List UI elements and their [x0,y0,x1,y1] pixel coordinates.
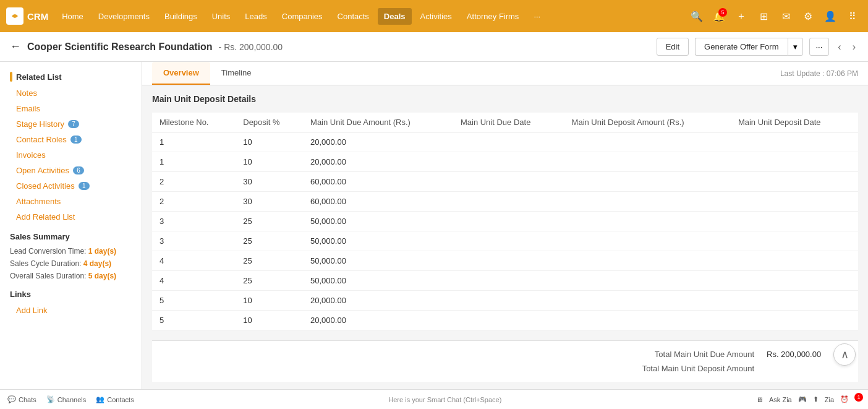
nav-home[interactable]: Home [56,8,90,25]
deposit-table: Milestone No. Deposit % Main Unit Due Am… [152,113,858,330]
next-record-button[interactable]: › [850,39,858,55]
nav-companies[interactable]: Companies [276,8,329,25]
sales-cycle-duration: Sales Cycle Duration: 4 day(s) [0,257,142,270]
tab-timeline[interactable]: Timeline [210,62,263,85]
cell-deposit: 10 [236,152,303,172]
sidebar-item-notes[interactable]: Notes [0,85,142,101]
history-icon[interactable]: ↺ 1 [855,395,861,403]
upload-icon[interactable]: ⬆ [813,395,819,403]
links-header: Links [0,282,142,303]
total-due-value: Rs. 200,000.00 [767,350,841,359]
grid-icon[interactable]: ⠿ [843,7,862,25]
channel-icon: 📡 [46,395,55,403]
generate-offer-button[interactable]: Generate Offer Form [695,38,787,56]
gamepad-icon[interactable]: 🎮 [798,395,807,403]
status-bar-right: 🖥 Ask Zia 🎮 ⬆ Zia ⏰ ↺ 1 [756,395,861,403]
nav-developments[interactable]: Developments [92,8,156,25]
cell-deposit-date [731,231,858,251]
add-icon[interactable]: ＋ [732,7,751,25]
table-row: 2 30 60,000.00 [152,172,858,192]
contacts-button[interactable]: 👥 Contacts [96,395,134,403]
channels-button[interactable]: 📡 Channels [46,395,86,403]
cell-deposit: 10 [236,291,303,311]
translate-icon[interactable]: Zia [825,396,834,403]
cell-due-date [453,192,564,212]
sidebar-item-open-activities[interactable]: Open Activities 6 [0,163,142,178]
cell-due-date [453,152,564,172]
generate-offer-arrow[interactable]: ▾ [788,38,803,56]
nav-buildings[interactable]: Buildings [158,8,203,25]
nav-more[interactable]: ··· [527,8,547,25]
cell-due-date [453,231,564,251]
more-options-button[interactable]: ··· [809,38,830,56]
total-due-label: Total Main Unit Due Amount [631,350,767,359]
sidebar-item-attachments[interactable]: Attachments [0,194,142,209]
edit-button[interactable]: Edit [657,38,689,56]
cell-deposit: 30 [236,172,303,192]
table-row: 5 10 20,000.00 [152,311,858,330]
apps-icon[interactable]: ⊞ [754,7,773,25]
col-milestone: Milestone No. [152,113,236,132]
cell-deposit-amount [564,251,731,271]
open-activities-count: 6 [73,166,84,174]
cell-due-date [453,172,564,192]
cell-deposit: 25 [236,271,303,291]
cell-due-date [453,311,564,330]
sidebar-item-stage-history[interactable]: Stage History 7 [0,116,142,132]
nav-contacts[interactable]: Contacts [331,8,375,25]
cell-deposit-date [731,311,858,330]
cell-due-amount: 50,000.00 [303,251,453,271]
ask-zia-button[interactable]: Ask Zia [769,396,792,403]
table-row: 3 25 50,000.00 [152,231,858,251]
contacts-icon: 👥 [96,395,104,403]
table-row: 4 25 50,000.00 [152,271,858,291]
nav-activities[interactable]: Activities [414,8,458,25]
nav-deals[interactable]: Deals [378,8,412,25]
total-deposit-label: Total Main Unit Deposit Amount [631,364,767,373]
scroll-top-button[interactable]: ∧ [833,343,856,366]
add-link-button[interactable]: Add Link [0,303,142,318]
search-icon[interactable]: 🔍 [687,7,706,25]
record-subtitle: - Rs. 200,000.00 [219,42,283,52]
cell-due-amount: 20,000.00 [303,152,453,172]
last-update-text: Last Update : 07:06 PM [780,63,858,84]
cell-milestone: 4 [152,271,236,291]
cell-milestone: 2 [152,172,236,192]
totals-section: Total Main Unit Due Amount Rs. 200,000.0… [152,340,858,382]
tab-overview[interactable]: Overview [152,62,210,85]
cell-due-date [453,291,564,311]
monitor-icon[interactable]: 🖥 [756,396,763,403]
settings-icon[interactable]: ⚙ [799,7,817,25]
tab-bar-left: Overview Timeline [152,62,262,85]
cell-deposit-amount [564,311,731,330]
chats-button[interactable]: 💬 Chats [7,395,36,403]
sidebar-item-invoices[interactable]: Invoices [0,147,142,163]
sidebar-item-emails[interactable]: Emails [0,101,142,116]
prev-record-button[interactable]: ‹ [835,39,843,55]
sidebar-item-closed-activities[interactable]: Closed Activities 1 [0,178,142,194]
logo-icon [6,7,23,25]
cell-due-date [453,271,564,291]
mail-icon[interactable]: ✉ [777,7,795,25]
sidebar-item-contact-roles[interactable]: Contact Roles 1 [0,132,142,147]
nav-attorney-firms[interactable]: Attorney Firms [461,8,525,25]
clock-icon[interactable]: ⏰ [840,395,849,403]
notifications-icon[interactable]: 🔔 5 [710,7,728,25]
contact-roles-count: 1 [70,136,82,144]
app-logo[interactable]: CRM [6,7,48,25]
nav-leads[interactable]: Leads [239,8,273,25]
nav-units[interactable]: Units [206,8,237,25]
cell-deposit-amount [564,192,731,212]
back-button[interactable]: ← [10,40,21,53]
total-deposit-value [767,364,841,373]
table-row: 1 10 20,000.00 [152,152,858,172]
sidebar-item-add-related[interactable]: Add Related List [0,209,142,225]
col-due-date: Main Unit Due Date [453,113,564,132]
user-icon[interactable]: 👤 [821,7,840,25]
cell-deposit-date [731,192,858,212]
cell-deposit: 10 [236,132,303,152]
cell-milestone: 5 [152,291,236,311]
cell-due-amount: 50,000.00 [303,231,453,251]
sales-summary-header: Sales Summary [0,225,142,245]
cell-due-date [453,251,564,271]
